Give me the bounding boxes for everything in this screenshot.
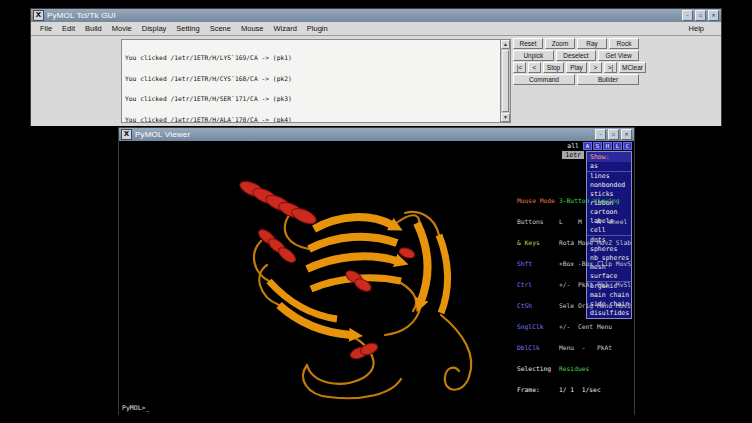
color-button[interactable]: C <box>623 142 632 150</box>
menu-plugin[interactable]: Plugin <box>302 24 333 33</box>
seek-end-button[interactable]: >| <box>604 62 617 73</box>
label-button[interactable]: L <box>613 142 622 150</box>
mouse-mode-line: Mouse Mode3-Button Viewing <box>517 197 631 204</box>
object-name-all[interactable]: all <box>567 142 579 150</box>
menu-mouse[interactable]: Mouse <box>236 24 269 33</box>
mouse-mode-panel: Mouse Mode3-Button Viewing ButtonsL M R … <box>517 183 631 407</box>
menu-build[interactable]: Build <box>80 24 107 33</box>
mouse-matrix-row: Shft+Box -Box Clip MovS <box>517 260 631 267</box>
mclear-button[interactable]: MClear <box>619 62 646 73</box>
viewer-titlebar[interactable]: X PyMOL Viewer – ▫ ✕ <box>119 128 634 141</box>
maximize-button[interactable]: ▫ <box>608 129 619 140</box>
seek-start-button[interactable]: |< <box>513 62 526 73</box>
tk-gui-content: You clicked /1etr/1ETR/H/LYS`169/CA -> (… <box>31 36 721 126</box>
action-button[interactable]: A <box>583 142 592 150</box>
minimize-button[interactable]: – <box>682 10 693 21</box>
get-view-button[interactable]: Get View <box>598 50 639 61</box>
frame-counter-line: Frame:1/ 1 1/sec <box>517 386 631 393</box>
viewer-window: X PyMOL Viewer – ▫ ✕ <box>118 127 635 415</box>
minimize-button[interactable]: – <box>595 129 606 140</box>
output-log[interactable]: You clicked /1etr/1ETR/H/LYS`169/CA -> (… <box>121 39 500 123</box>
x11-logo-icon: X <box>33 10 44 21</box>
menu-file[interactable]: File <box>35 24 57 33</box>
stop-button[interactable]: Stop <box>543 62 564 73</box>
log-line: You clicked /1etr/1ETR/H/ALA`170/CA -> (… <box>125 117 500 123</box>
mouse-matrix-row: CtShSele Orig Menu Mov2 <box>517 302 631 309</box>
tk-gui-window-title: PyMOL Tcl/Tk GUI <box>47 11 679 20</box>
object-name-1etr[interactable]: 1etr <box>562 151 584 159</box>
viewport-3d[interactable]: all A S H L C 1etr Show: as lines nonbon… <box>119 141 634 415</box>
rock-button[interactable]: Rock <box>609 38 639 49</box>
reset-button[interactable]: Reset <box>513 38 543 49</box>
maximize-button[interactable]: ▫ <box>695 10 706 21</box>
zoom-button[interactable]: Zoom <box>545 38 575 49</box>
unpick-button[interactable]: Unpick <box>513 50 554 61</box>
deselect-button[interactable]: Deselect <box>556 50 597 61</box>
builder-button[interactable]: Builder <box>577 74 639 85</box>
menu-movie[interactable]: Movie <box>107 24 137 33</box>
hide-button[interactable]: H <box>603 142 612 150</box>
menu-edit[interactable]: Edit <box>57 24 80 33</box>
ray-button[interactable]: Ray <box>577 38 607 49</box>
scroll-up-icon[interactable]: ▲ <box>501 40 510 49</box>
show-menu-item-as[interactable]: as <box>587 162 631 172</box>
step-forward-button[interactable]: > <box>589 62 602 73</box>
menu-scene[interactable]: Scene <box>205 24 236 33</box>
show-menu-title: Show: <box>587 152 631 162</box>
menu-help[interactable]: Help <box>684 24 709 33</box>
mouse-matrix-row: Ctrl+/- PkAt Pk1 MvSl <box>517 281 631 288</box>
x11-logo-icon: X <box>121 129 132 140</box>
selecting-mode-line: SelectingResidues <box>517 365 631 372</box>
mouse-matrix-row: DblClkMenu - PkAt <box>517 344 631 351</box>
menu-display[interactable]: Display <box>137 24 172 33</box>
log-line: You clicked /1etr/1ETR/H/LYS`169/CA -> (… <box>125 55 500 62</box>
menu-setting[interactable]: Setting <box>171 24 204 33</box>
command-button[interactable]: Command <box>513 74 575 85</box>
close-button[interactable]: ✕ <box>708 10 719 21</box>
log-scrollbar[interactable]: ▲ ▼ <box>500 39 511 123</box>
menu-wizard[interactable]: Wizard <box>268 24 301 33</box>
show-menu-item-lines[interactable]: lines <box>587 172 631 181</box>
viewer-window-title: PyMOL Viewer <box>135 130 592 139</box>
tk-gui-titlebar[interactable]: X PyMOL Tcl/Tk GUI – ▫ ✕ <box>31 9 721 22</box>
menubar: File Edit Build Movie Display Setting Sc… <box>31 22 721 36</box>
play-button[interactable]: Play <box>566 62 587 73</box>
object-row-all: all A S H L C <box>567 142 632 150</box>
close-button[interactable]: ✕ <box>621 129 632 140</box>
log-line: You clicked /1etr/1ETR/H/SER`171/CA -> (… <box>125 96 500 103</box>
scroll-down-icon[interactable]: ▼ <box>501 113 510 122</box>
show-button[interactable]: S <box>593 142 602 150</box>
scrollbar-thumb[interactable] <box>502 50 509 112</box>
step-back-button[interactable]: < <box>528 62 541 73</box>
tk-gui-window: X PyMOL Tcl/Tk GUI – ▫ ✕ File Edit Build… <box>30 8 722 126</box>
control-button-panel: Reset Zoom Ray Rock Unpick Deselect Get … <box>513 38 639 85</box>
log-line: You clicked /1etr/1ETR/H/CYS`168/CA -> (… <box>125 76 500 83</box>
mouse-matrix-row: SnglClk+/- Cent Menu <box>517 323 631 330</box>
pymol-command-prompt[interactable]: PyMOL>_ <box>122 404 149 412</box>
mouse-matrix-row: & KeysRota Move MovZ Slab <box>517 239 631 246</box>
mouse-matrix-row: ButtonsL M R Wheel <box>517 218 631 225</box>
